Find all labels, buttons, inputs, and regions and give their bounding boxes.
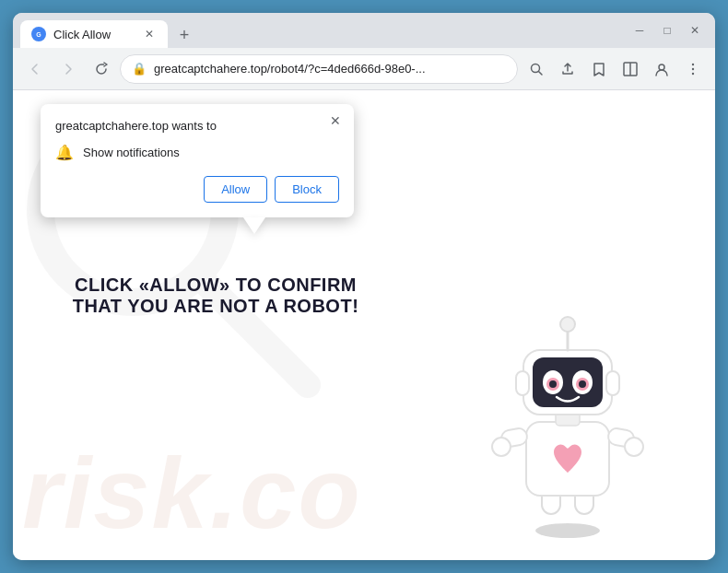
notification-popup: ✕ greatcaptchahere.top wants to 🔔 Show n…	[41, 104, 354, 217]
title-bar: G Click Allow ✕ + ─ □ ✕	[13, 13, 715, 48]
bookmark-icon-button[interactable]	[584, 54, 614, 84]
svg-point-6	[659, 64, 664, 70]
main-captcha-text: CLICK «ALLOW» TO CONFIRM THAT YOU ARE NO…	[59, 275, 372, 317]
svg-text:G: G	[36, 31, 41, 38]
tab-area: G Click Allow ✕ +	[20, 13, 614, 48]
svg-line-3	[539, 71, 543, 75]
svg-point-8	[692, 67, 694, 69]
notification-row: 🔔 Show notifications	[55, 144, 339, 161]
bell-icon: 🔔	[55, 144, 74, 161]
window-controls: ─ □ ✕	[627, 18, 708, 43]
new-tab-button[interactable]: +	[171, 22, 197, 48]
address-bar[interactable]: 🔒 greatcaptchahere.top/robot4/?c=4ded666…	[120, 54, 518, 84]
address-text: greatcaptchahere.top/robot4/?c=4ded666d-…	[154, 62, 506, 76]
split-view-button[interactable]	[616, 54, 645, 84]
svg-point-30	[560, 317, 575, 332]
svg-point-7	[692, 63, 694, 64]
menu-icon-button[interactable]	[678, 54, 708, 84]
popup-tail	[243, 217, 265, 234]
browser-tab[interactable]: G Click Allow ✕	[20, 20, 168, 48]
lock-icon: 🔒	[132, 62, 147, 76]
robot-svg	[476, 302, 660, 542]
browser-window: G Click Allow ✕ + ─ □ ✕	[13, 13, 715, 560]
block-button[interactable]: Block	[275, 176, 339, 203]
profile-icon-button[interactable]	[647, 54, 676, 84]
svg-point-9	[692, 72, 694, 74]
svg-point-12	[535, 523, 600, 538]
toolbar-icons	[522, 54, 708, 84]
allow-button[interactable]: Allow	[204, 176, 267, 203]
tab-favicon: G	[31, 27, 46, 41]
maximize-button[interactable]: □	[654, 18, 680, 43]
forward-button[interactable]	[53, 54, 83, 84]
browser-toolbar: 🔒 greatcaptchahere.top/robot4/?c=4ded666…	[13, 48, 715, 90]
svg-rect-32	[606, 371, 619, 395]
tab-title-text: Click Allow	[53, 28, 135, 41]
svg-point-26	[549, 380, 557, 388]
svg-point-19	[625, 438, 643, 456]
close-button[interactable]: ✕	[682, 18, 708, 43]
svg-rect-31	[516, 371, 529, 395]
notification-text: Show notifications	[83, 146, 180, 159]
popup-buttons: Allow Block	[55, 176, 339, 203]
popup-title: greatcaptchahere.top wants to	[55, 119, 321, 133]
tab-close-button[interactable]: ✕	[142, 27, 157, 41]
robot-illustration	[476, 302, 660, 542]
page-content: risk.co ✕ greatcaptchahere.top wants to …	[13, 90, 715, 560]
svg-point-18	[492, 438, 511, 456]
minimize-button[interactable]: ─	[627, 18, 652, 43]
svg-point-28	[579, 380, 586, 388]
reload-button[interactable]	[87, 54, 116, 84]
share-icon-button[interactable]	[553, 54, 582, 84]
search-icon-button[interactable]	[522, 54, 551, 84]
popup-close-button[interactable]: ✕	[326, 111, 345, 130]
back-button[interactable]	[20, 54, 50, 84]
risk-watermark-text: risk.co	[22, 434, 362, 551]
